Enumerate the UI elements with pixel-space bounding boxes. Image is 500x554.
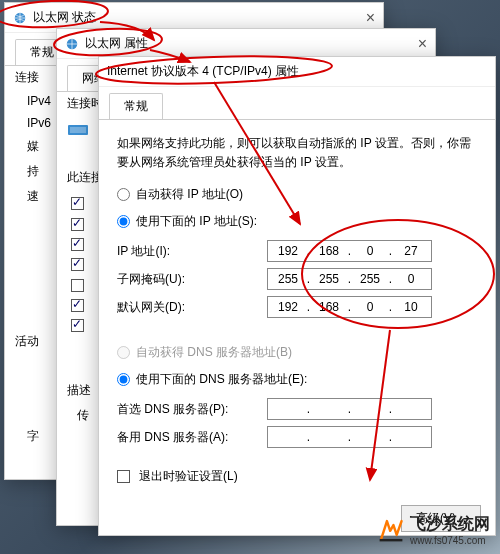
check-icon[interactable] (71, 299, 84, 312)
radio-auto-ip[interactable]: 自动获得 IP 地址(O) (117, 186, 243, 203)
ip-octet: 255 (276, 272, 300, 286)
ip-octet: 255 (358, 272, 382, 286)
svg-rect-3 (70, 127, 86, 133)
radio-input[interactable] (117, 215, 130, 228)
dns1-input[interactable]: . . . (267, 398, 432, 420)
ip-octet: 0 (358, 300, 382, 314)
ipv4-tabs: 常规 (99, 87, 495, 120)
ip-octet: 192 (276, 244, 300, 258)
status-title: 以太网 状态 (33, 9, 96, 26)
dns2-input[interactable]: . . . (267, 426, 432, 448)
gateway-input[interactable]: 192. 168. 0. 10 (267, 296, 432, 318)
label-dns2: 备用 DNS 服务器(A): (117, 429, 267, 446)
check-icon[interactable] (71, 279, 84, 292)
radio-auto-dns[interactable]: 自动获得 DNS 服务器地址(B) (117, 344, 292, 361)
ip-octet: 255 (317, 272, 341, 286)
description-text: 如果网络支持此功能，则可以获取自动指派的 IP 设置。否则，你需要从网络系统管理… (117, 134, 477, 172)
validate-row: 退出时验证设置(L) (117, 468, 477, 485)
ip-octet: 192 (276, 300, 300, 314)
check-icon[interactable] (71, 258, 84, 271)
ip-octet: 168 (317, 244, 341, 258)
radio-input[interactable] (117, 373, 130, 386)
ip-octet: 0 (399, 272, 423, 286)
check-icon[interactable] (71, 238, 84, 251)
dns-group: 自动获得 DNS 服务器地址(B) 使用下面的 DNS 服务器地址(E): 首选… (117, 344, 477, 448)
radio-manual-dns[interactable]: 使用下面的 DNS 服务器地址(E): (117, 371, 307, 388)
label-dns1: 首选 DNS 服务器(P): (117, 401, 267, 418)
label-ip-address: IP 地址(I): (117, 243, 267, 260)
ip-address-input[interactable]: 192. 168. 0. 27 (267, 240, 432, 262)
radio-manual-dns-label: 使用下面的 DNS 服务器地址(E): (136, 371, 307, 388)
label-subnet-mask: 子网掩码(U): (117, 271, 267, 288)
network-icon (13, 11, 27, 25)
network-icon (65, 37, 79, 51)
check-icon[interactable] (71, 319, 84, 332)
subnet-mask-input[interactable]: 255. 255. 255. 0 (267, 268, 432, 290)
ip-octet: 10 (399, 300, 423, 314)
ip-octet: 27 (399, 244, 423, 258)
radio-input[interactable] (117, 188, 130, 201)
validate-label: 退出时验证设置(L) (139, 468, 238, 485)
svg-rect-8 (380, 539, 403, 541)
ipv4-properties-dialog: Internet 协议版本 4 (TCP/IPv4) 属性 常规 如果网络支持此… (98, 56, 496, 536)
radio-auto-ip-label: 自动获得 IP 地址(O) (136, 186, 243, 203)
watermark-url: www.fs0745.com (410, 535, 490, 546)
check-icon[interactable] (117, 470, 130, 483)
close-icon[interactable]: × (366, 9, 375, 27)
properties-title: 以太网 属性 (85, 35, 148, 52)
properties-titlebar: 以太网 属性 × (57, 29, 435, 59)
adapter-icon (67, 127, 89, 141)
ipv4-titlebar: Internet 协议版本 4 (TCP/IPv4) 属性 (99, 57, 495, 87)
label-gateway: 默认网关(D): (117, 299, 267, 316)
close-icon[interactable]: × (418, 35, 427, 53)
watermark: 飞沙系统网 www.fs0745.com (378, 514, 490, 546)
ip-octet: 0 (358, 244, 382, 258)
check-icon[interactable] (71, 218, 84, 231)
check-icon[interactable] (71, 197, 84, 210)
radio-auto-dns-label: 自动获得 DNS 服务器地址(B) (136, 344, 292, 361)
tab-general[interactable]: 常规 (109, 93, 163, 119)
ip-octet: 168 (317, 300, 341, 314)
radio-manual-ip[interactable]: 使用下面的 IP 地址(S): (117, 213, 257, 230)
logo-icon (378, 517, 404, 543)
radio-manual-ip-label: 使用下面的 IP 地址(S): (136, 213, 257, 230)
ip-group: 自动获得 IP 地址(O) 使用下面的 IP 地址(S): IP 地址(I): … (117, 186, 477, 318)
validate-checkbox[interactable]: 退出时验证设置(L) (117, 468, 477, 485)
ipv4-title: Internet 协议版本 4 (TCP/IPv4) 属性 (107, 63, 299, 80)
radio-input (117, 346, 130, 359)
watermark-name: 飞沙系统网 (410, 515, 490, 532)
ipv4-content: 如果网络支持此功能，则可以获取自动指派的 IP 设置。否则，你需要从网络系统管理… (99, 120, 495, 499)
